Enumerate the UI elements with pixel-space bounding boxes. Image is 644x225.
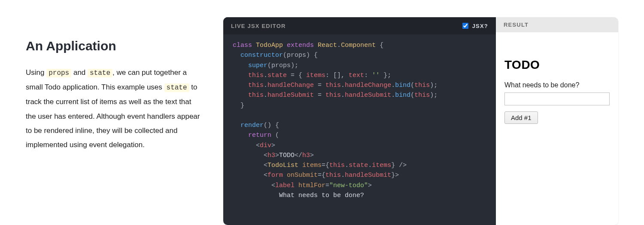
section-heading: An Application bbox=[26, 39, 202, 53]
todo-input[interactable] bbox=[504, 92, 610, 105]
code-editor[interactable]: class TodoApp extends React.Component { … bbox=[223, 34, 496, 225]
editor-pane: LIVE JSX EDITOR JSX? class TodoApp exten… bbox=[223, 17, 496, 225]
jsx-toggle[interactable]: JSX? bbox=[461, 22, 488, 30]
add-button[interactable]: Add #1 bbox=[504, 111, 538, 124]
page-root: An Application Using props and state, we… bbox=[0, 0, 644, 225]
result-body: TODO What needs to be done? Add #1 bbox=[496, 32, 618, 133]
code-state-1: state bbox=[88, 69, 112, 77]
todo-heading: TODO bbox=[504, 58, 610, 72]
todo-label: What needs to be done? bbox=[504, 81, 610, 89]
description-column: An Application Using props and state, we… bbox=[26, 17, 202, 225]
code-state-2: state bbox=[164, 83, 189, 92]
editor-title: LIVE JSX EDITOR bbox=[231, 23, 286, 29]
result-title: RESULT bbox=[496, 17, 618, 32]
jsx-label: JSX? bbox=[472, 23, 488, 29]
section-paragraph: Using props and state, we can put togeth… bbox=[26, 65, 202, 152]
editor-header: LIVE JSX EDITOR JSX? bbox=[223, 17, 496, 34]
result-pane: RESULT TODO What needs to be done? Add #… bbox=[496, 17, 618, 225]
example-panel: LIVE JSX EDITOR JSX? class TodoApp exten… bbox=[223, 17, 618, 225]
jsx-checkbox[interactable] bbox=[462, 23, 468, 29]
code-props: props bbox=[46, 69, 71, 77]
